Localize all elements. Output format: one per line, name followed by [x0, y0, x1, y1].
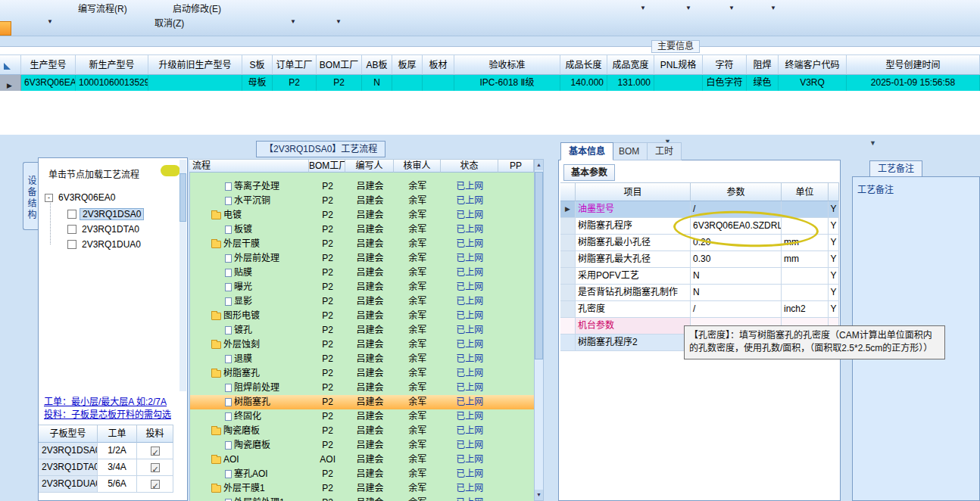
process-row[interactable]: 板镀P2吕建会余军已上网 — [190, 222, 534, 237]
process-row[interactable]: 显影P2吕建会余军已上网 — [190, 294, 534, 309]
main-info-data-row[interactable]: ▶6V3RQ06EA0100010600135295母板P2P2NIPC-601… — [0, 75, 980, 91]
tree-scrollbar[interactable] — [179, 160, 186, 391]
column-header[interactable]: AB板 — [362, 54, 392, 75]
device-structure-tab[interactable]: 设备结构 — [23, 162, 38, 230]
param-row[interactable]: 树脂塞孔程序6V3RQ06EA0.SZDRL1-3Y — [560, 218, 839, 235]
column-header[interactable] — [560, 182, 576, 201]
column-header[interactable]: BOM工厂 — [309, 159, 345, 173]
column-header[interactable]: 参数 — [691, 182, 782, 201]
feed-checkbox[interactable]: ✓ — [151, 480, 160, 489]
column-header[interactable]: 核审人 — [394, 159, 441, 173]
param-row[interactable]: 采用POFV工艺NY — [560, 268, 839, 285]
process-row[interactable]: 陶瓷磨板P2吕建会余军已上网 — [190, 424, 534, 438]
grid-cell[interactable]: 2025-01-09 15:56:58 — [847, 75, 980, 91]
column-header[interactable]: 升级前旧生产型号 — [148, 54, 242, 75]
process-row[interactable]: 阻焊前处理P2吕建会余军已上网 — [190, 381, 534, 395]
column-header[interactable]: 新生产型号 — [76, 54, 148, 75]
feed-checkbox[interactable]: ✓ — [151, 447, 160, 456]
process-row[interactable]: 退膜P2吕建会余军已上网 — [190, 352, 534, 366]
process-flow-title-tab[interactable]: 【2V3RQ1DSA0】工艺流程 — [256, 141, 385, 157]
process-row[interactable]: 外层前处理P2吕建会余军已上网 — [190, 251, 534, 266]
param-row[interactable]: ▶油墨型号/Y — [560, 201, 839, 218]
process-row[interactable]: 塞孔AOIP2吕建会余军已上网 — [190, 467, 534, 481]
process-row[interactable]: 外层蚀刻P2吕建会余军已上网 — [190, 338, 534, 352]
tab-bom[interactable]: BOM — [610, 142, 648, 160]
table-row[interactable]: 2V3RQ1DUA05/6A✓ — [39, 476, 173, 493]
tab-basic-params[interactable]: 基本参数 — [563, 164, 615, 181]
process-row[interactable]: 镀孔P2吕建会余军已上网 — [190, 323, 534, 338]
column-header[interactable]: 单位 — [782, 182, 829, 201]
grid-cell[interactable] — [654, 75, 703, 91]
param-value[interactable]: / — [691, 201, 782, 218]
process-row[interactable] — [190, 173, 534, 179]
column-header[interactable]: S板 — [242, 54, 273, 75]
tree-checkbox[interactable] — [67, 240, 76, 249]
dropdown-arrow-icon[interactable]: ▼ — [640, 5, 646, 11]
row-selector-cell[interactable]: ▶ — [0, 75, 21, 91]
process-scrollbar[interactable]: ▲ ▼ — [534, 159, 544, 501]
process-scrollbar-thumb[interactable] — [535, 172, 543, 359]
column-header[interactable]: PP — [498, 159, 534, 173]
grid-cell[interactable] — [392, 75, 423, 91]
grid-cell[interactable]: P2 — [273, 75, 317, 91]
column-header[interactable]: 项目 — [576, 182, 691, 201]
column-header[interactable]: 子板型号 — [39, 425, 98, 443]
scroll-up-icon[interactable]: ▲ — [535, 160, 543, 170]
process-row[interactable]: 树脂塞孔P2吕建会余军已上网 — [190, 366, 534, 381]
process-row[interactable]: 等离子处理P2吕建会余军已上网 — [190, 179, 534, 194]
tree-node[interactable]: 2V3RQ1DTA0 — [67, 223, 142, 235]
grid-cell[interactable] — [423, 75, 454, 91]
column-header[interactable]: 阻焊 — [747, 54, 779, 75]
tab-basic-info[interactable]: 基本信息 — [560, 142, 613, 160]
process-row[interactable]: 树脂塞孔P2吕建会余军已上网 — [190, 395, 534, 409]
param-value[interactable]: N — [691, 268, 782, 285]
grid-cell[interactable]: 白色字符 — [703, 75, 747, 91]
table-row[interactable]: 2V3RQ1DSA01/2A✓ — [39, 443, 173, 459]
column-header[interactable]: 板厚 — [392, 54, 423, 75]
menu-item-write-process[interactable]: 编写流程(R) — [78, 2, 127, 14]
table-row[interactable]: 2V3RQ1DTA03/4A✓ — [39, 459, 173, 476]
process-row[interactable]: 外层干膜P2吕建会余军已上网 — [190, 237, 534, 251]
grid-cell[interactable]: V3RQ — [779, 75, 847, 91]
param-row[interactable]: 树脂塞孔最小孔径0.20mmY — [560, 235, 839, 251]
grid-cell[interactable]: 母板 — [242, 75, 273, 91]
column-header[interactable]: 投料 — [137, 425, 173, 443]
grid-cell[interactable]: IPC-6018 Ⅱ级 — [454, 75, 560, 91]
process-row[interactable]: 终固化P2吕建会余军已上网 — [190, 409, 534, 424]
process-row[interactable]: 图形电镀P2吕建会余军已上网 — [190, 309, 534, 323]
grid-corner-cell[interactable] — [0, 54, 21, 75]
process-row[interactable]: 外层干膜1P2吕建会余军已上网 — [190, 481, 534, 496]
process-row[interactable]: 水平沉铜P2吕建会余军已上网 — [190, 194, 534, 208]
grid-cell[interactable]: 绿色 — [747, 75, 779, 91]
column-header[interactable]: 成品长度 — [560, 54, 607, 75]
column-header[interactable]: 工单 — [98, 425, 137, 443]
tree-scrollbar-thumb[interactable] — [179, 173, 186, 222]
column-header[interactable]: 验收标准 — [454, 54, 560, 75]
param-row[interactable]: 树脂塞孔最大孔径0.30mmY — [560, 251, 839, 268]
grid-cell[interactable]: 140.000 — [560, 75, 607, 91]
grid-cell[interactable] — [148, 75, 242, 91]
param-value[interactable]: / — [691, 301, 782, 318]
dropdown-arrow-icon[interactable]: ▼ — [47, 18, 53, 25]
param-value[interactable]: N — [691, 285, 782, 301]
process-row[interactable]: 曝光P2吕建会余军已上网 — [190, 280, 534, 294]
grid-cell[interactable]: N — [362, 75, 392, 91]
grid-cell[interactable]: 6V3RQ06EA0 — [21, 75, 76, 91]
scroll-down-icon[interactable]: ▼ — [535, 490, 543, 500]
column-header[interactable]: 订单工厂 — [273, 54, 317, 75]
column-header[interactable]: 状态 — [441, 159, 498, 173]
tree-checkbox[interactable] — [67, 210, 76, 219]
column-header[interactable]: PNL规格 — [654, 54, 703, 75]
process-row[interactable]: 电镀P2吕建会余军已上网 — [190, 208, 534, 222]
column-header[interactable]: 字符 — [703, 54, 747, 75]
dropdown-arrow-icon[interactable]: ▼ — [729, 5, 735, 11]
process-row[interactable]: 外层前处理1P2吕建会余军已上网 — [190, 496, 534, 501]
param-row[interactable]: 孔密度/inch2Y — [560, 301, 839, 318]
column-header[interactable]: 成品宽度 — [607, 54, 654, 75]
dropdown-arrow-icon[interactable]: ▼ — [336, 18, 342, 25]
tree-expander-icon[interactable]: - — [45, 194, 53, 202]
column-header[interactable]: 流程 — [189, 159, 309, 173]
tree-root[interactable]: -6V3RQ06EA0 — [45, 191, 117, 204]
tree-node[interactable]: 2V3RQ1DUA0 — [67, 238, 143, 250]
column-header[interactable]: 生产型号 — [21, 54, 76, 75]
